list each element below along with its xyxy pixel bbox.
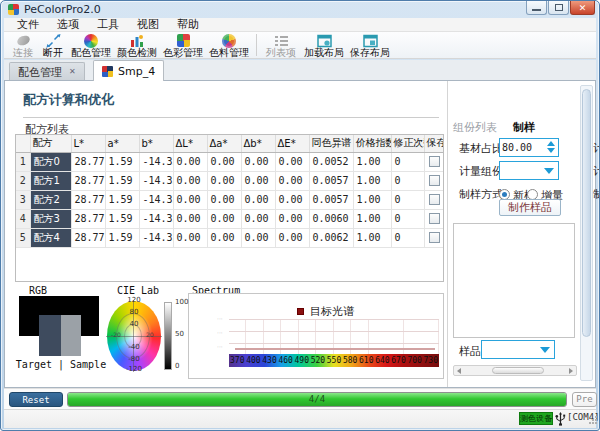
menu-item[interactable]: 工具 — [88, 17, 128, 32]
component-list-box[interactable] — [453, 223, 575, 338]
palette-icon — [177, 33, 190, 48]
recipe-value-cell: -14.33 — [139, 190, 173, 209]
toolbar-button-palette[interactable]: 色彩管理 — [160, 32, 206, 59]
toolbar-button-label: 配色管理 — [71, 48, 111, 58]
recipe-value-cell: 0 — [391, 190, 424, 209]
right-panel-tab-组份列表[interactable]: 组份列表 — [453, 120, 497, 135]
save-checkbox[interactable] — [429, 213, 440, 224]
wavelength-tick-label: 400 — [246, 357, 260, 365]
status-bar — [4, 409, 596, 428]
title-bar[interactable]: PeColorPro2.0 ✕ — [1, 1, 599, 18]
menu-bar: 文件选项工具视图帮助 — [4, 18, 596, 32]
pre-button[interactable]: Pre — [572, 392, 597, 407]
cielab-vertical-tick: -120 — [126, 366, 142, 373]
recipe-name-cell[interactable]: 配方0 — [30, 152, 71, 171]
toolbar-button-label: 断开 — [43, 48, 63, 58]
menu-item[interactable]: 文件 — [8, 17, 48, 32]
lightness-bar — [164, 302, 172, 370]
spin-up-icon[interactable] — [547, 141, 555, 146]
row-number: 4 — [16, 209, 30, 228]
load-layout-icon — [317, 33, 332, 48]
spectrum-ytick: ··· — [217, 316, 223, 322]
reset-button[interactable]: Reset — [9, 392, 63, 407]
save-checkbox[interactable] — [429, 232, 440, 243]
scroll-left-icon[interactable] — [457, 368, 461, 374]
recipe-value-cell: 0.00 — [173, 209, 207, 228]
save-cell — [424, 190, 444, 209]
recipe-value-cell: 0 — [391, 152, 424, 171]
tab-配色管理[interactable]: 配色管理✕ — [9, 62, 85, 81]
toolbar-button-disconnect[interactable]: 断开 — [38, 32, 68, 59]
sample-dropdown[interactable] — [481, 340, 555, 359]
colorwheel-icon — [84, 33, 98, 48]
save-cell — [424, 171, 444, 190]
menu-item[interactable]: 帮助 — [168, 17, 208, 32]
column-header-rownum — [16, 135, 30, 152]
spectrum-x-axis: 370400430460490520550580610640670700730 — [229, 354, 439, 367]
cielab-vertical-tick: -80 — [128, 356, 139, 363]
right-panel-horizontal-scrollbar[interactable] — [453, 365, 577, 376]
spectrum-ytick: ··· — [217, 344, 223, 350]
save-cell — [424, 209, 444, 228]
row-number: 2 — [16, 171, 30, 190]
recipe-value-cell: 0.0060 — [309, 209, 353, 228]
recipe-name-cell[interactable]: 配方4 — [30, 228, 71, 247]
toolbar-button-detect[interactable]: 颜色检测 — [114, 32, 160, 59]
right-panel-tab-制样[interactable]: 制样 — [513, 120, 535, 135]
column-header: Δb* — [241, 135, 275, 152]
recipe-value-cell: 0.00 — [207, 228, 241, 247]
clipped-text: 计 — [593, 141, 599, 154]
vertical-scrollbar[interactable] — [580, 85, 593, 381]
vertical-scrollbar-thumb[interactable] — [582, 89, 591, 337]
resize-grip[interactable] — [588, 415, 597, 424]
toolbar-button-connect: 连接 — [8, 32, 38, 59]
table-row: 1配方028.771.59-14.330.000.000.000.000.005… — [16, 152, 444, 171]
tab-Smp_4[interactable]: Smp_4 — [93, 60, 164, 81]
toolbar-button-load-layout[interactable]: 加载布局 — [301, 32, 347, 59]
app-icon — [8, 4, 19, 15]
column-header: 价格指数 — [353, 135, 391, 152]
component-label: 计量组份 — [459, 164, 503, 179]
tab-close-icon[interactable]: ✕ — [69, 68, 76, 76]
toolbar-button-save-layout[interactable]: 保存布局 — [347, 32, 393, 59]
legend-label: 目标光谱 — [310, 304, 354, 319]
tab-label: Smp_4 — [118, 65, 155, 78]
spin-down-icon[interactable] — [547, 148, 555, 153]
recipe-value-cell: 0.0057 — [309, 171, 353, 190]
column-header: b* — [139, 135, 173, 152]
recipe-value-cell: 0.0057 — [309, 190, 353, 209]
toolbar-button-colorant[interactable]: 色料管理 — [206, 32, 252, 59]
row-number: 5 — [16, 228, 30, 247]
sample-color-swatch — [61, 315, 81, 356]
component-value — [500, 168, 503, 179]
spectrum-legend: 目标光谱 — [297, 304, 354, 319]
recipe-value-cell: 0.00 — [275, 152, 309, 171]
recipe-value-cell: -14.33 — [139, 209, 173, 228]
component-dropdown[interactable] — [499, 161, 559, 180]
save-checkbox[interactable] — [429, 194, 440, 205]
wavelength-tick-label: 670 — [391, 357, 405, 365]
spectrum-ytick: ··· — [217, 330, 223, 336]
scrollbar-thumb[interactable] — [492, 367, 544, 374]
close-button[interactable]: ✕ — [570, 1, 595, 15]
recipe-value-cell: 0.00 — [241, 190, 275, 209]
table-row: 4配方328.771.59-14.330.000.000.000.000.006… — [16, 209, 444, 228]
save-checkbox[interactable] — [429, 156, 440, 167]
save-checkbox[interactable] — [429, 175, 440, 186]
minimize-button[interactable] — [526, 1, 547, 15]
toolbar-button-colorwheel[interactable]: 配色管理 — [68, 32, 114, 59]
recipe-name-cell[interactable]: 配方3 — [30, 209, 71, 228]
menu-item[interactable]: 视图 — [128, 17, 168, 32]
menu-item[interactable]: 选项 — [48, 17, 88, 32]
base-ratio-input[interactable] — [502, 140, 544, 155]
column-header: 同色异谱 — [309, 135, 353, 152]
base-ratio-spinner[interactable] — [499, 138, 559, 157]
recipe-name-cell[interactable]: 配方1 — [30, 171, 71, 190]
lightness-bar-tick: 50 — [175, 331, 184, 338]
scroll-right-icon[interactable] — [569, 368, 573, 374]
sample-tab-icon — [102, 66, 113, 77]
maximize-button[interactable] — [548, 1, 569, 15]
recipe-name-cell[interactable]: 配方2 — [30, 190, 71, 209]
cielab-horizontal-tick: -20 — [111, 332, 121, 338]
make-sample-button[interactable]: 制作样品 — [499, 199, 561, 216]
